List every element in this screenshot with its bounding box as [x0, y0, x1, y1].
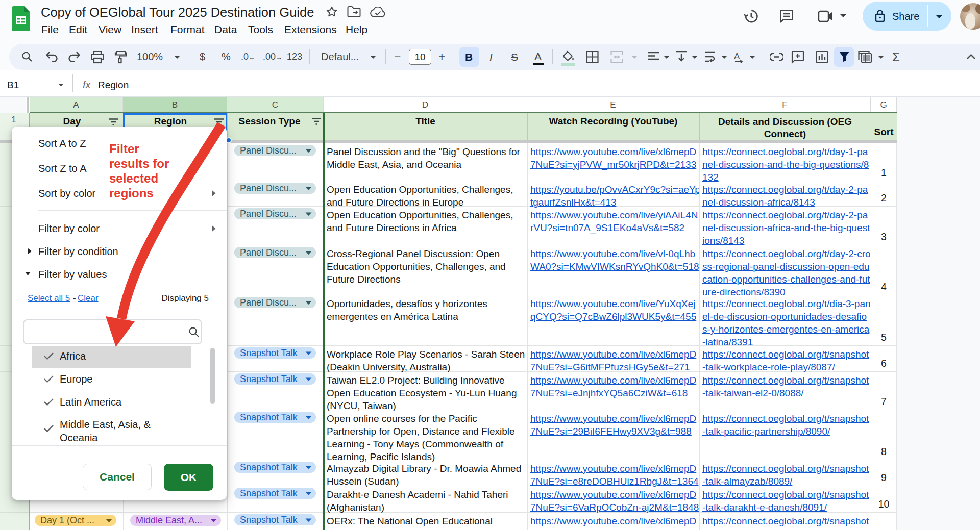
svg-text:A: A [734, 52, 740, 61]
